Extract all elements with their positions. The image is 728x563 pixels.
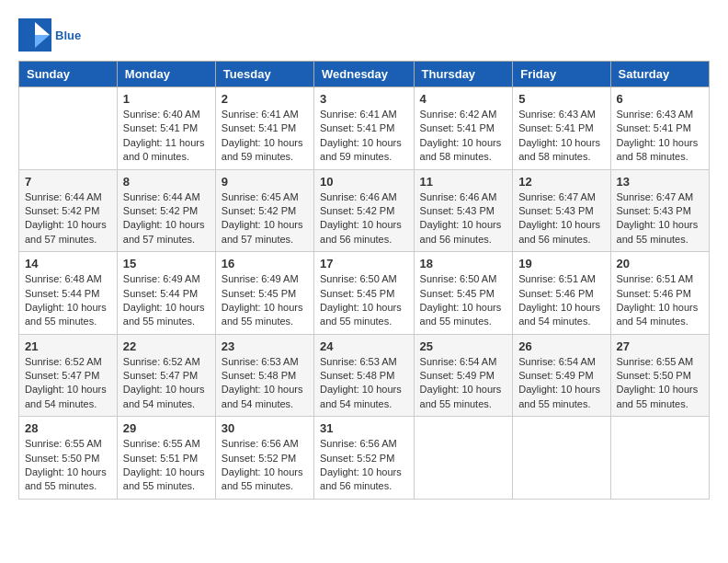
day-info: Sunrise: 6:49 AM Sunset: 5:45 PM Dayligh… [222,272,308,329]
calendar-cell: 7Sunrise: 6:44 AM Sunset: 5:42 PM Daylig… [19,169,118,252]
weekday-header: Friday [513,62,610,87]
weekday-header: Thursday [414,62,513,87]
day-info: Sunrise: 6:53 AM Sunset: 5:48 PM Dayligh… [222,355,308,412]
calendar-cell: 12Sunrise: 6:47 AM Sunset: 5:43 PM Dayli… [513,169,610,252]
day-info: Sunrise: 6:43 AM Sunset: 5:41 PM Dayligh… [617,108,703,165]
svg-rect-0 [18,18,35,52]
calendar-cell: 10Sunrise: 6:46 AM Sunset: 5:42 PM Dayli… [314,169,415,252]
day-info: Sunrise: 6:44 AM Sunset: 5:42 PM Dayligh… [123,190,210,247]
calendar-cell: 14Sunrise: 6:48 AM Sunset: 5:44 PM Dayli… [19,252,118,335]
day-number: 2 [222,92,308,106]
weekday-header: Tuesday [215,62,313,87]
calendar-cell: 23Sunrise: 6:53 AM Sunset: 5:48 PM Dayli… [215,334,313,417]
day-info: Sunrise: 6:55 AM Sunset: 5:50 PM Dayligh… [25,437,111,494]
header: Blue [18,18,710,52]
logo-blue-line: Blue [55,29,81,42]
day-info: Sunrise: 6:43 AM Sunset: 5:41 PM Dayligh… [518,108,604,165]
day-info: Sunrise: 6:46 AM Sunset: 5:42 PM Dayligh… [320,190,408,247]
calendar-cell: 11Sunrise: 6:46 AM Sunset: 5:43 PM Dayli… [414,169,513,252]
calendar-week-row: 21Sunrise: 6:52 AM Sunset: 5:47 PM Dayli… [19,334,710,417]
day-info: Sunrise: 6:55 AM Sunset: 5:51 PM Dayligh… [123,437,210,494]
day-info: Sunrise: 6:55 AM Sunset: 5:50 PM Dayligh… [617,355,703,412]
calendar: SundayMondayTuesdayWednesdayThursdayFrid… [18,61,710,500]
day-number: 26 [518,339,604,353]
day-info: Sunrise: 6:42 AM Sunset: 5:41 PM Dayligh… [420,108,507,165]
logo: Blue [18,18,81,52]
day-info: Sunrise: 6:49 AM Sunset: 5:44 PM Dayligh… [123,272,210,329]
day-info: Sunrise: 6:45 AM Sunset: 5:42 PM Dayligh… [222,190,308,247]
calendar-cell [610,417,709,500]
calendar-header-row: SundayMondayTuesdayWednesdayThursdayFrid… [19,62,710,87]
calendar-cell: 30Sunrise: 6:56 AM Sunset: 5:52 PM Dayli… [215,417,313,500]
calendar-cell: 21Sunrise: 6:52 AM Sunset: 5:47 PM Dayli… [19,334,118,417]
day-number: 30 [222,421,308,435]
day-info: Sunrise: 6:52 AM Sunset: 5:47 PM Dayligh… [123,355,210,412]
calendar-cell: 13Sunrise: 6:47 AM Sunset: 5:43 PM Dayli… [610,169,709,252]
calendar-cell: 17Sunrise: 6:50 AM Sunset: 5:45 PM Dayli… [314,252,415,335]
calendar-cell: 8Sunrise: 6:44 AM Sunset: 5:42 PM Daylig… [117,169,215,252]
calendar-cell [414,417,513,500]
day-info: Sunrise: 6:44 AM Sunset: 5:42 PM Dayligh… [25,190,111,247]
day-number: 11 [420,175,507,189]
calendar-cell: 20Sunrise: 6:51 AM Sunset: 5:46 PM Dayli… [610,252,709,335]
day-info: Sunrise: 6:40 AM Sunset: 5:41 PM Dayligh… [123,108,210,165]
calendar-cell [513,417,610,500]
day-number: 21 [25,339,111,353]
day-info: Sunrise: 6:51 AM Sunset: 5:46 PM Dayligh… [518,272,604,329]
calendar-cell: 6Sunrise: 6:43 AM Sunset: 5:41 PM Daylig… [610,87,709,170]
calendar-cell: 1Sunrise: 6:40 AM Sunset: 5:41 PM Daylig… [117,87,215,170]
calendar-cell: 5Sunrise: 6:43 AM Sunset: 5:41 PM Daylig… [513,87,610,170]
day-number: 25 [420,339,507,353]
day-number: 7 [25,175,111,189]
calendar-cell [19,87,118,170]
day-number: 18 [420,257,507,270]
day-number: 29 [123,421,210,435]
day-info: Sunrise: 6:50 AM Sunset: 5:45 PM Dayligh… [320,272,408,329]
day-number: 13 [617,175,703,189]
calendar-cell: 31Sunrise: 6:56 AM Sunset: 5:52 PM Dayli… [314,417,415,500]
calendar-cell: 25Sunrise: 6:54 AM Sunset: 5:49 PM Dayli… [414,334,513,417]
calendar-week-row: 1Sunrise: 6:40 AM Sunset: 5:41 PM Daylig… [19,87,710,170]
calendar-cell: 19Sunrise: 6:51 AM Sunset: 5:46 PM Dayli… [513,252,610,335]
day-info: Sunrise: 6:54 AM Sunset: 5:49 PM Dayligh… [518,355,604,412]
day-number: 4 [420,92,507,106]
day-number: 31 [320,421,408,435]
day-number: 16 [222,257,308,270]
calendar-cell: 29Sunrise: 6:55 AM Sunset: 5:51 PM Dayli… [117,417,215,500]
day-info: Sunrise: 6:41 AM Sunset: 5:41 PM Dayligh… [320,108,408,165]
calendar-cell: 24Sunrise: 6:53 AM Sunset: 5:48 PM Dayli… [314,334,415,417]
calendar-cell: 9Sunrise: 6:45 AM Sunset: 5:42 PM Daylig… [215,169,313,252]
day-number: 1 [123,92,210,106]
calendar-cell: 27Sunrise: 6:55 AM Sunset: 5:50 PM Dayli… [610,334,709,417]
day-number: 17 [320,257,408,270]
day-number: 3 [320,92,408,106]
day-info: Sunrise: 6:54 AM Sunset: 5:49 PM Dayligh… [420,355,507,412]
weekday-header: Sunday [19,62,118,87]
day-info: Sunrise: 6:46 AM Sunset: 5:43 PM Dayligh… [420,190,507,247]
day-number: 15 [123,257,210,270]
day-info: Sunrise: 6:52 AM Sunset: 5:47 PM Dayligh… [25,355,111,412]
calendar-week-row: 7Sunrise: 6:44 AM Sunset: 5:42 PM Daylig… [19,169,710,252]
calendar-week-row: 28Sunrise: 6:55 AM Sunset: 5:50 PM Dayli… [19,417,710,500]
day-info: Sunrise: 6:50 AM Sunset: 5:45 PM Dayligh… [420,272,507,329]
day-number: 6 [617,92,703,106]
calendar-cell: 2Sunrise: 6:41 AM Sunset: 5:41 PM Daylig… [215,87,313,170]
day-number: 28 [25,421,111,435]
calendar-cell: 15Sunrise: 6:49 AM Sunset: 5:44 PM Dayli… [117,252,215,335]
calendar-cell: 18Sunrise: 6:50 AM Sunset: 5:45 PM Dayli… [414,252,513,335]
day-number: 20 [617,257,703,270]
weekday-header: Monday [117,62,215,87]
day-number: 14 [25,257,111,270]
day-number: 5 [518,92,604,106]
day-info: Sunrise: 6:51 AM Sunset: 5:46 PM Dayligh… [617,272,703,329]
day-info: Sunrise: 6:47 AM Sunset: 5:43 PM Dayligh… [617,190,703,247]
day-number: 19 [518,257,604,270]
calendar-cell: 3Sunrise: 6:41 AM Sunset: 5:41 PM Daylig… [314,87,415,170]
weekday-header: Wednesday [314,62,415,87]
calendar-cell: 4Sunrise: 6:42 AM Sunset: 5:41 PM Daylig… [414,87,513,170]
day-number: 27 [617,339,703,353]
day-info: Sunrise: 6:48 AM Sunset: 5:44 PM Dayligh… [25,272,111,329]
calendar-cell: 22Sunrise: 6:52 AM Sunset: 5:47 PM Dayli… [117,334,215,417]
weekday-header: Saturday [610,62,709,87]
day-info: Sunrise: 6:41 AM Sunset: 5:41 PM Dayligh… [222,108,308,165]
